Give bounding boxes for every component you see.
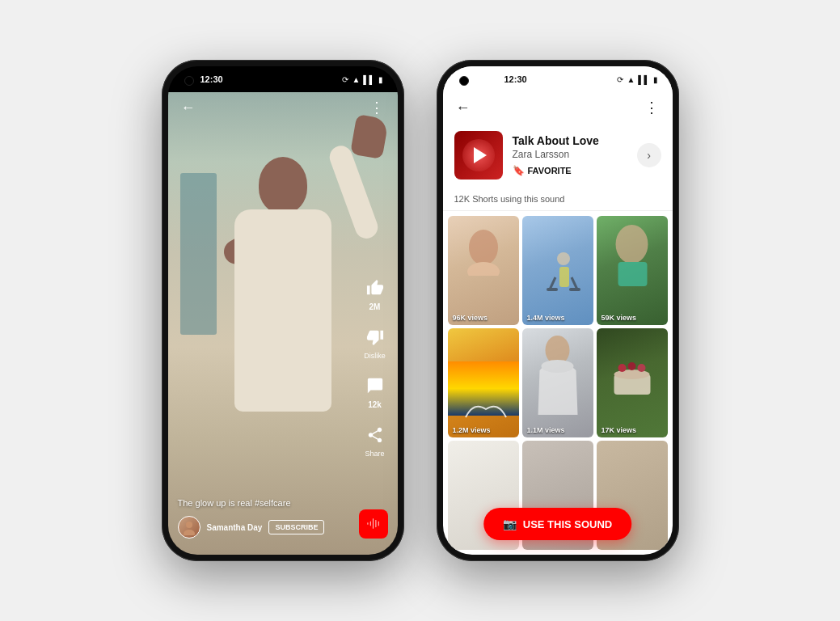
use-sound-label: USE THIS SOUND (523, 518, 613, 530)
svg-line-7 (572, 277, 577, 289)
subscribe-button[interactable]: SUBSCRIBE (268, 520, 324, 534)
svg-rect-8 (547, 288, 558, 291)
play-triangle (474, 147, 487, 163)
chevron-button[interactable]: › (637, 143, 661, 167)
svg-point-1 (184, 530, 195, 535)
camera-hole (184, 76, 194, 86)
comment-icon (362, 373, 388, 399)
grid-views-4: 1.1M views (527, 426, 565, 434)
sound-card: Talk About Love Zara Larsson 🔖 FAVORITE … (443, 123, 673, 188)
dislike-label: Dislike (364, 352, 386, 360)
svg-point-2 (469, 230, 498, 265)
use-sound-button[interactable]: 📷 USE THIS SOUND (483, 508, 632, 540)
dislike-action[interactable]: Dislike (362, 324, 388, 360)
svg-point-0 (186, 522, 192, 528)
bookmark-icon: 🔖 (513, 165, 525, 176)
sound-title: Talk About Love (513, 134, 627, 147)
grid-cell-0[interactable]: 96K views (448, 216, 519, 325)
status-bar-left: 12:30 ⟳ ▲ ▌▌ ▮ (168, 66, 398, 92)
video-top-nav: ← ⋮ (168, 92, 398, 123)
grid-views-0: 96K views (453, 314, 488, 322)
thumbs-up-icon (362, 275, 388, 301)
sound-thumbnail (454, 131, 503, 180)
status-bar-right: 12:30 ⟳ ▲ ▌▌ ▮ (443, 66, 673, 92)
svg-point-13 (541, 360, 573, 373)
svg-rect-11 (618, 262, 647, 286)
stats-text: 12K Shorts using this sound (454, 194, 565, 204)
svg-point-17 (627, 362, 635, 370)
more-button-left[interactable]: ⋮ (369, 99, 385, 116)
favorite-label: FAVORITE (528, 166, 572, 175)
camera-icon: 📷 (503, 518, 517, 530)
svg-point-15 (614, 370, 649, 379)
status-icons-right: ⟳ ▲ ▌▌ ▮ (617, 75, 657, 84)
channel-avatar (178, 516, 201, 539)
svg-point-16 (618, 364, 626, 372)
video-actions: 2M Dislike 12k (362, 275, 388, 458)
grid-cell-1[interactable]: 1.4M views (522, 216, 593, 325)
grid-cell-2[interactable]: 59K views (597, 216, 668, 325)
status-icons-left: ⟳ ▲ ▌▌ ▮ (342, 75, 382, 84)
video-grid: 96K views 1.4M views 59K views 1.2M view… (443, 211, 673, 555)
screen-rotate-icon-r: ⟳ (617, 75, 623, 84)
grid-views-3: 1.2M views (453, 426, 491, 434)
bg-door (180, 173, 217, 335)
left-phone: 12:30 ⟳ ▲ ▌▌ ▮ ← (162, 60, 404, 561)
thumbs-down-icon (362, 324, 388, 350)
grid-cell-5[interactable]: 17K views (597, 328, 668, 437)
share-icon (362, 422, 388, 448)
battery-icon-r: ▮ (653, 75, 658, 84)
status-time-right: 12:30 (475, 74, 527, 84)
grid-cell-4[interactable]: 1.1M views (522, 328, 593, 437)
screen-rotate-icon: ⟳ (342, 75, 348, 84)
sound-info: Talk About Love Zara Larsson 🔖 FAVORITE (513, 134, 627, 176)
grid-cell-3[interactable]: 1.2M views (448, 328, 519, 437)
svg-point-4 (557, 252, 570, 265)
channel-row: Samantha Day SUBSCRIBE (178, 516, 333, 539)
comment-action[interactable]: 12k (362, 373, 388, 409)
share-action[interactable]: Share (362, 422, 388, 458)
back-button[interactable]: ← (181, 99, 196, 116)
head (259, 157, 307, 213)
video-caption: The glow up is real #selfcare (178, 498, 333, 508)
channel-name: Samantha Day (207, 523, 263, 532)
svg-rect-9 (569, 288, 580, 291)
camera-hole-right (459, 76, 469, 86)
signal-icon-r: ▌▌ (638, 75, 649, 84)
wifi-icon-r: ▲ (627, 75, 635, 84)
like-action[interactable]: 2M (362, 275, 388, 311)
wifi-icon: ▲ (352, 75, 360, 84)
svg-point-3 (467, 262, 500, 276)
use-sound-overlay: 📷 USE THIS SOUND (483, 508, 632, 540)
music-icon-button[interactable] (359, 509, 388, 539)
comment-count: 12k (368, 400, 382, 409)
svg-point-10 (615, 225, 648, 264)
grid-views-1: 1.4M views (527, 314, 565, 322)
body (234, 209, 331, 412)
signal-icon: ▌▌ (363, 75, 374, 84)
like-count: 2M (369, 302, 381, 311)
svg-point-18 (637, 364, 645, 372)
grid-views-5: 17K views (602, 426, 637, 434)
sound-back-button[interactable]: ← (456, 99, 471, 116)
svg-line-6 (550, 277, 555, 289)
share-label: Share (365, 450, 384, 458)
favorite-row[interactable]: 🔖 FAVORITE (513, 165, 627, 176)
sound-artist: Zara Larsson (513, 149, 627, 160)
sound-nav: ← ⋮ (443, 92, 673, 123)
stats-bar: 12K Shorts using this sound (443, 188, 673, 211)
grid-views-2: 59K views (602, 314, 637, 322)
battery-icon: ▮ (378, 75, 383, 84)
video-bottom-info: The glow up is real #selfcare Samantha D… (178, 498, 333, 539)
svg-rect-5 (559, 267, 569, 287)
status-time-left: 12:30 (201, 74, 223, 84)
sound-page: 12:30 ⟳ ▲ ▌▌ ▮ ← ⋮ (443, 66, 673, 555)
sound-more-button[interactable]: ⋮ (644, 99, 660, 116)
right-phone: 12:30 ⟳ ▲ ▌▌ ▮ ← ⋮ (437, 60, 679, 561)
chevron-right-icon: › (647, 149, 651, 162)
